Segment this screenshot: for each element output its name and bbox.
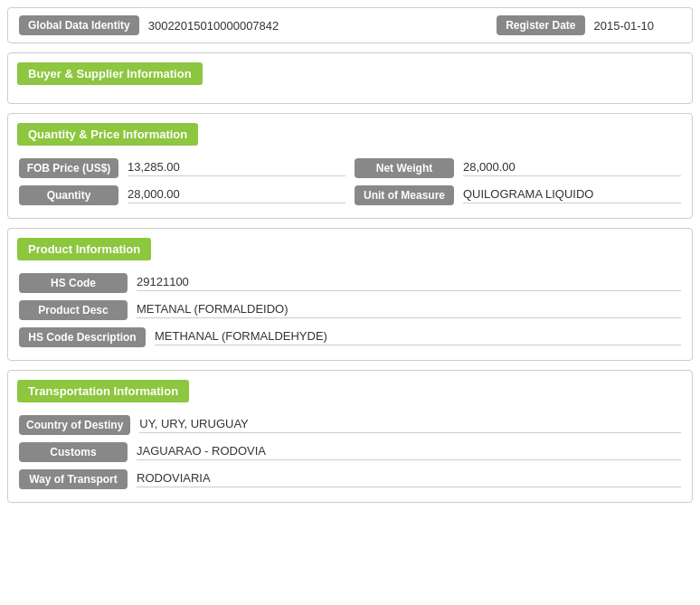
hs-code-row: HS Code 29121100 xyxy=(8,269,692,297)
gdi-label: Global Data Identity xyxy=(19,15,139,35)
uom-value: QUILOGRAMA LIQUIDO xyxy=(463,187,681,203)
transport-info-section: Transportation Information Country of De… xyxy=(7,370,693,503)
country-destiny-label: Country of Destiny xyxy=(19,415,130,435)
customs-label: Customs xyxy=(19,442,128,462)
net-weight-value: 28,000.00 xyxy=(463,160,681,176)
fob-price-label: FOB Price (US$) xyxy=(19,158,118,178)
customs-value: JAGUARAO - RODOVIA xyxy=(137,444,681,460)
net-weight-label: Net Weight xyxy=(355,158,454,178)
register-date-label: Register Date xyxy=(497,15,584,35)
transport-info-header: Transportation Information xyxy=(17,380,189,402)
hs-code-value: 29121100 xyxy=(137,275,681,291)
quantity-uom-row: Quantity 28,000.00 Unit of Measure QUILO… xyxy=(8,182,692,209)
product-desc-label: Product Desc xyxy=(19,300,128,320)
way-of-transport-row: Way of Transport RODOVIARIA xyxy=(8,466,692,493)
quantity-label: Quantity xyxy=(19,185,118,205)
buyer-supplier-header: Buyer & Supplier Information xyxy=(17,62,203,85)
way-of-transport-value: RODOVIARIA xyxy=(137,471,681,487)
way-of-transport-label: Way of Transport xyxy=(19,469,128,489)
customs-row: Customs JAGUARAO - RODOVIA xyxy=(8,439,692,466)
product-desc-value: METANAL (FORMALDEIDO) xyxy=(137,302,681,318)
fob-net-row: FOB Price (US$) 13,285.00 Net Weight 28,… xyxy=(8,155,692,182)
uom-label: Unit of Measure xyxy=(355,185,454,205)
gdi-value: 30022015010000007842 xyxy=(148,19,279,33)
net-weight-col: Net Weight 28,000.00 xyxy=(355,158,681,178)
top-bar: Global Data Identity 3002201501000000784… xyxy=(7,7,693,43)
product-info-section: Product Information HS Code 29121100 Pro… xyxy=(7,228,693,361)
quantity-price-section: Quantity & Price Information FOB Price (… xyxy=(7,113,693,219)
hs-code-label: HS Code xyxy=(19,273,128,293)
hs-code-desc-row: HS Code Description METHANAL (FORMALDEHY… xyxy=(8,324,692,351)
hs-code-desc-value: METHANAL (FORMALDEHYDE) xyxy=(155,329,681,345)
buyer-supplier-section: Buyer & Supplier Information xyxy=(7,52,693,104)
product-desc-row: Product Desc METANAL (FORMALDEIDO) xyxy=(8,297,692,324)
hs-code-desc-label: HS Code Description xyxy=(19,327,146,347)
quantity-price-header: Quantity & Price Information xyxy=(17,123,198,146)
quantity-col: Quantity 28,000.00 xyxy=(19,185,345,205)
fob-price-value: 13,285.00 xyxy=(128,160,345,176)
country-destiny-value: UY, URY, URUGUAY xyxy=(139,417,681,433)
fob-price-col: FOB Price (US$) 13,285.00 xyxy=(19,158,345,178)
product-info-header: Product Information xyxy=(17,238,151,260)
country-destiny-row: Country of Destiny UY, URY, URUGUAY xyxy=(8,411,692,439)
register-date-value: 2015-01-10 xyxy=(594,19,655,33)
quantity-value: 28,000.00 xyxy=(128,187,345,203)
uom-col: Unit of Measure QUILOGRAMA LIQUIDO xyxy=(355,185,681,205)
